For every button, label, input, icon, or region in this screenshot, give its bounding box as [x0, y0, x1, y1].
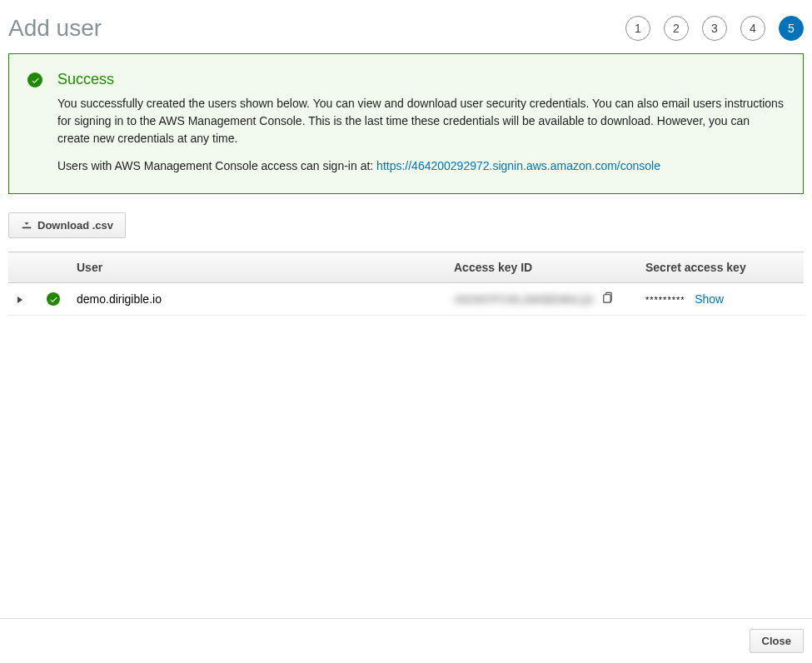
- row-success-icon: [47, 292, 60, 306]
- alert-title: Success: [57, 71, 785, 88]
- step-1[interactable]: 1: [625, 16, 650, 41]
- close-button[interactable]: Close: [750, 629, 804, 653]
- th-user: User: [68, 252, 446, 283]
- svg-rect-0: [604, 295, 610, 302]
- download-icon: [21, 218, 32, 232]
- expand-row-toggle[interactable]: [17, 292, 23, 306]
- alert-body-text-2: Users with AWS Management Console access…: [57, 157, 785, 175]
- alert-body-text-1: You successfully created the users shown…: [57, 95, 785, 147]
- success-alert: Success You successfully created the use…: [8, 53, 804, 194]
- secret-mask: *********: [645, 295, 685, 305]
- th-access-key-id: Access key ID: [446, 252, 637, 283]
- step-4[interactable]: 4: [740, 16, 765, 41]
- alert-signin-prefix: Users with AWS Management Console access…: [57, 159, 376, 172]
- show-secret-link[interactable]: Show: [695, 292, 724, 306]
- th-expand: [8, 252, 38, 283]
- step-3[interactable]: 3: [702, 16, 727, 41]
- cell-username: demo.dirigible.io: [68, 283, 446, 316]
- cell-secret: ********* Show: [637, 283, 804, 316]
- step-2[interactable]: 2: [664, 16, 689, 41]
- wizard-steps: 1 2 3 4 5: [625, 16, 804, 41]
- th-status: [38, 252, 68, 283]
- users-table: User Access key ID Secret access key dem…: [8, 252, 804, 316]
- copy-access-key-icon[interactable]: [600, 292, 613, 307]
- table-row: demo.dirigible.io AKIAWYFCWLJWKBEMNLQA *…: [8, 283, 804, 316]
- th-secret: Secret access key: [637, 252, 804, 283]
- download-csv-button[interactable]: Download .csv: [8, 212, 126, 238]
- footer: Close: [0, 618, 812, 663]
- signin-url-link[interactable]: https://464200292972.signin.aws.amazon.c…: [376, 159, 660, 172]
- download-csv-label: Download .csv: [37, 219, 113, 232]
- page-title: Add user: [8, 15, 102, 42]
- step-5[interactable]: 5: [779, 16, 804, 41]
- cell-access-key-id: AKIAWYFCWLJWKBEMNLQA: [454, 293, 594, 306]
- success-icon: [27, 72, 42, 175]
